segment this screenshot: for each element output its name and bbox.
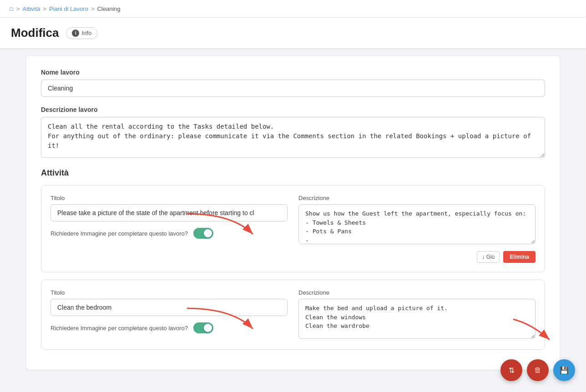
fab-sort-button[interactable]: ⇅: [500, 359, 522, 381]
page-header: Modifica i Info: [0, 18, 586, 49]
titolo-label-2: Titolo: [51, 289, 288, 296]
breadcrumb-attivita[interactable]: Attività: [22, 5, 40, 12]
info-button[interactable]: i Info: [66, 27, 97, 39]
activity-col-right-1: Descrizione Show us how the Guest left t…: [298, 195, 535, 263]
breadcrumb: ⌂ > Attività > Piani di Lavoro > Cleanin…: [0, 0, 586, 18]
btn-elimina-1[interactable]: Elimina: [503, 251, 535, 263]
nome-lavoro-label: Nome lavoro: [41, 69, 545, 76]
descrizione-lavoro-group: Descrizione lavoro: [41, 106, 545, 159]
activity-col-left-2: Titolo Richiedere Immagine per completar…: [51, 289, 288, 340]
sort-icon: ⇅: [509, 366, 515, 375]
home-icon[interactable]: ⌂: [9, 5, 14, 13]
card-actions-1: ↓ Giù Elimina: [298, 251, 535, 263]
info-icon: i: [72, 30, 79, 37]
toggle-switch-1[interactable]: [193, 228, 213, 239]
toggle-label-2: Richiedere Immagine per completare quest…: [51, 325, 188, 332]
descrizione-label-1: Descrizione: [298, 195, 535, 201]
fab-container: ⇅ 🗑 💾: [500, 359, 575, 381]
descrizione-textarea-1[interactable]: Show us how the Guest left the apartment…: [298, 204, 535, 244]
toggle-switch-2[interactable]: [193, 322, 213, 333]
info-label: Info: [81, 30, 91, 36]
toggle-label-1: Richiedere Immagine per completare quest…: [51, 230, 188, 237]
form-card: Nome lavoro Descrizione lavoro Attività …: [26, 56, 560, 370]
titolo-input-1[interactable]: [51, 204, 288, 221]
descrizione-lavoro-textarea[interactable]: [41, 117, 545, 158]
activity-row-2: Titolo Richiedere Immagine per completar…: [51, 289, 535, 340]
activity-col-left-1: Titolo Richiedere Immagine per completar…: [51, 195, 288, 263]
descrizione-textarea-2[interactable]: Make the bed and upload a picture of it.…: [298, 299, 535, 339]
descrizione-label-2: Descrizione: [298, 289, 535, 296]
nome-lavoro-input[interactable]: [41, 80, 545, 97]
main-content: Nome lavoro Descrizione lavoro Attività …: [15, 56, 571, 392]
attivita-title: Attività: [41, 168, 545, 178]
activity-col-right-2: Descrizione Make the bed and upload a pi…: [298, 289, 535, 340]
activity-row-1: Titolo Richiedere Immagine per completar…: [51, 195, 535, 263]
activity-card-2: Titolo Richiedere Immagine per completar…: [41, 280, 545, 350]
toggle-row-1: Richiedere Immagine per completare quest…: [51, 228, 288, 239]
titolo-label-1: Titolo: [51, 195, 288, 201]
delete-icon: 🗑: [534, 366, 541, 374]
nome-lavoro-group: Nome lavoro: [41, 69, 545, 97]
fab-delete-button[interactable]: 🗑: [527, 359, 549, 381]
page-wrapper: ⌂ > Attività > Piani di Lavoro > Cleanin…: [0, 0, 586, 392]
activity-card-1: Titolo Richiedere Immagine per completar…: [41, 185, 545, 272]
breadcrumb-current: Cleaning: [97, 5, 120, 12]
save-icon: 💾: [560, 366, 569, 375]
breadcrumb-piani[interactable]: Piani di Lavoro: [49, 5, 88, 12]
btn-giu-1[interactable]: ↓ Giù: [477, 251, 500, 263]
fab-save-button[interactable]: 💾: [553, 359, 575, 381]
page-title: Modifica: [11, 26, 59, 40]
titolo-input-2[interactable]: [51, 299, 288, 316]
toggle-row-2: Richiedere Immagine per completare quest…: [51, 322, 288, 333]
descrizione-lavoro-label: Descrizione lavoro: [41, 106, 545, 113]
attivita-section: Attività Titolo Richiedere Immagine per …: [41, 168, 545, 350]
